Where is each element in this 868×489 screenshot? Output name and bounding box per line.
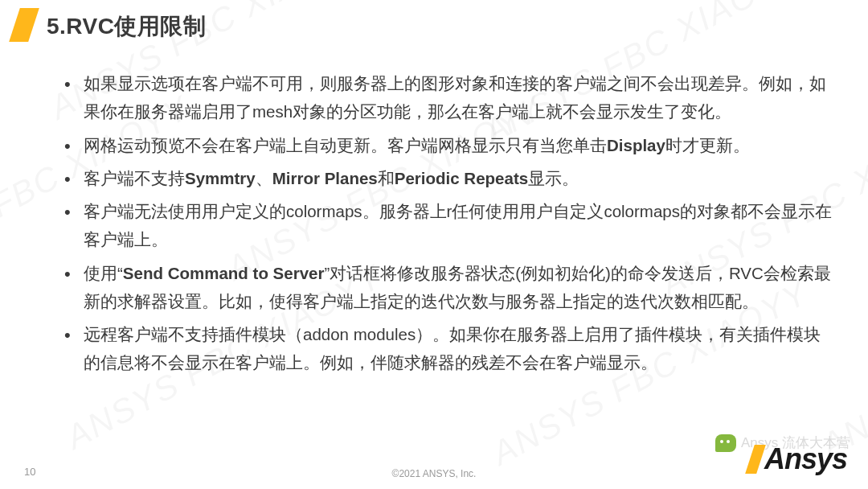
ansys-logo: Ansys [750,442,847,476]
title-accent-bar [9,8,39,42]
list-item: 客户端无法使用用户定义的colormaps。服务器上r任何使用用户自定义colo… [61,197,833,254]
list-item: 使用“Send Command to Server”对话框将修改服务器状态(例如… [61,259,833,316]
logo-text: Ansys [764,442,847,476]
bullet-list: 如果显示选项在客户端不可用，则服务器上的图形对象和连接的客户端之间不会出现差异。… [61,69,833,377]
list-item: 如果显示选项在客户端不可用，则服务器上的图形对象和连接的客户端之间不会出现差异。… [61,69,833,126]
page-number: 10 [24,466,35,478]
list-item: 网格运动预览不会在客户端上自动更新。客户端网格显示只有当您单击Display时才… [61,131,833,159]
copyright-text: ©2021 ANSYS, Inc. [392,468,477,479]
content-area: 如果显示选项在客户端不可用，则服务器上的图形对象和连接的客户端之间不会出现差异。… [61,69,833,382]
list-item: 远程客户端不支持插件模块（addon modules）。如果你在服务器上启用了插… [61,320,833,377]
slide-title: 5.RVC使用限制 [47,11,206,42]
list-item: 客户端不支持Symmtry、Mirror Planes和Periodic Rep… [61,164,833,192]
wechat-icon [715,434,736,452]
slide: ANSYS FBC XIAOYY ANSYS FBC XIAOYY ANSYS … [0,0,868,489]
